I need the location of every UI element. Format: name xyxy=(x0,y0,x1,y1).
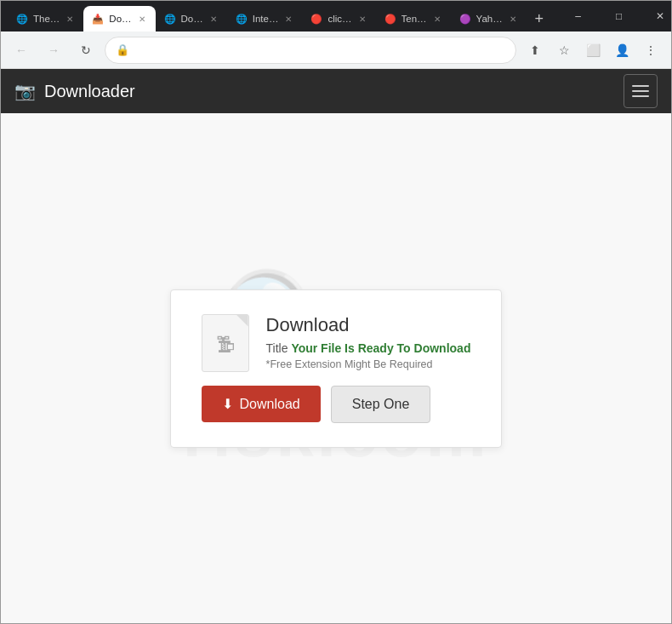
tab-close-5[interactable]: ✕ xyxy=(357,13,367,26)
zip-icon: 🗜 xyxy=(216,335,235,357)
subtitle-highlight: Your File Is Ready To Download xyxy=(291,341,470,355)
download-icon: ⬇ xyxy=(222,396,233,412)
tab-yah[interactable]: 🟣 Yah… ✕ xyxy=(451,6,527,31)
tab-favicon-1: 🌐 xyxy=(16,13,28,25)
share-button[interactable]: ⬆ xyxy=(521,37,549,64)
card-actions: ⬇ Download Step One xyxy=(202,386,471,423)
new-tab-button[interactable]: + xyxy=(527,6,552,31)
download-button[interactable]: ⬇ Download xyxy=(202,386,321,422)
step-one-button[interactable]: Step One xyxy=(331,386,431,423)
app-brand: 📷 Downloader xyxy=(14,81,135,101)
file-icon: 🗜 xyxy=(202,314,249,372)
nav-right-buttons: ⬆ ☆ ⬜ 👤 ⋮ xyxy=(521,37,664,64)
title-bar: 🌐 The… ✕ 📥 Do… ✕ 🌐 Do… ✕ 🌐 Inte… ✕ xyxy=(1,1,671,31)
subtitle-prefix: Title xyxy=(266,341,292,355)
tab-label-3: Do… xyxy=(181,14,203,24)
back-button[interactable]: ← xyxy=(8,37,35,64)
tab-label-2: Do… xyxy=(109,14,131,24)
hamburger-line-1 xyxy=(632,85,649,87)
tab-favicon-6: 🔴 xyxy=(384,13,396,25)
browser-window: 🌐 The… ✕ 📥 Do… ✕ 🌐 Do… ✕ 🌐 Inte… ✕ xyxy=(0,0,672,624)
bookmark-button[interactable]: ☆ xyxy=(550,37,578,64)
menu-button[interactable]: ⋮ xyxy=(637,37,664,64)
tab-clic[interactable]: 🔴 clic… ✕ xyxy=(302,6,375,31)
card-note: *Free Extension Might Be Required xyxy=(266,358,471,370)
camera-icon: 📷 xyxy=(14,81,36,101)
hamburger-line-3 xyxy=(632,95,649,97)
tab-favicon-4: 🌐 xyxy=(236,13,248,25)
card-top: 🗜 Download Title Your File Is Ready To D… xyxy=(202,314,471,372)
tab-close-1[interactable]: ✕ xyxy=(65,13,75,26)
main-content: 🔍 pct risk.com 🗜 Download Title Your Fil… xyxy=(1,113,671,623)
tab-ten[interactable]: 🔴 Ten… ✕ xyxy=(376,6,451,31)
tab-bar: 🌐 The… ✕ 📥 Do… ✕ 🌐 Do… ✕ 🌐 Inte… ✕ xyxy=(8,1,552,31)
tab-close-2[interactable]: ✕ xyxy=(137,13,147,26)
card-subtitle: Title Your File Is Ready To Download xyxy=(266,341,471,355)
tab-close-7[interactable]: ✕ xyxy=(508,13,518,26)
extensions-button[interactable]: ⬜ xyxy=(579,37,607,64)
lock-icon: 🔒 xyxy=(116,43,129,56)
card-info: Download Title Your File Is Ready To Dow… xyxy=(266,314,471,370)
card-title: Download xyxy=(266,314,471,336)
tab-favicon-7: 🟣 xyxy=(459,13,471,25)
minimize-button[interactable]: – xyxy=(559,1,598,31)
download-button-label: Download xyxy=(240,397,300,412)
tab-close-4[interactable]: ✕ xyxy=(283,13,293,26)
profile-button[interactable]: 👤 xyxy=(608,37,635,64)
tab-label-7: Yah… xyxy=(476,14,503,24)
tab-label-6: Ten… xyxy=(401,14,427,24)
tab-do[interactable]: 🌐 Do… ✕ xyxy=(156,6,227,31)
tab-label-1: The… xyxy=(33,14,60,24)
hamburger-line-2 xyxy=(632,90,649,92)
tab-favicon-3: 🌐 xyxy=(164,13,176,25)
hamburger-button[interactable] xyxy=(624,74,658,108)
maximize-button[interactable]: □ xyxy=(600,1,639,31)
address-bar[interactable]: 🔒 xyxy=(105,37,516,64)
tab-the[interactable]: 🌐 The… ✕ xyxy=(8,6,83,31)
tab-label-5: clic… xyxy=(327,14,351,24)
app-name: Downloader xyxy=(44,82,135,101)
tab-inte[interactable]: 🌐 Inte… ✕ xyxy=(227,6,303,31)
tab-favicon-2: 📥 xyxy=(92,13,104,25)
download-card: 🗜 Download Title Your File Is Ready To D… xyxy=(170,289,503,448)
tab-close-6[interactable]: ✕ xyxy=(432,13,442,26)
app-header: 📷 Downloader xyxy=(1,69,671,113)
tab-downloader[interactable]: 📥 Do… ✕ xyxy=(83,6,155,31)
tab-close-3[interactable]: ✕ xyxy=(208,13,219,26)
navigation-bar: ← → ↻ 🔒 ⬆ ☆ ⬜ 👤 ⋮ xyxy=(1,31,671,69)
tab-favicon-5: 🔴 xyxy=(310,13,322,25)
close-button[interactable]: ✕ xyxy=(641,1,672,31)
window-controls: – □ ✕ xyxy=(559,1,672,31)
forward-button[interactable]: → xyxy=(40,37,67,64)
reload-button[interactable]: ↻ xyxy=(72,37,100,64)
tab-label-4: Inte… xyxy=(253,14,279,24)
